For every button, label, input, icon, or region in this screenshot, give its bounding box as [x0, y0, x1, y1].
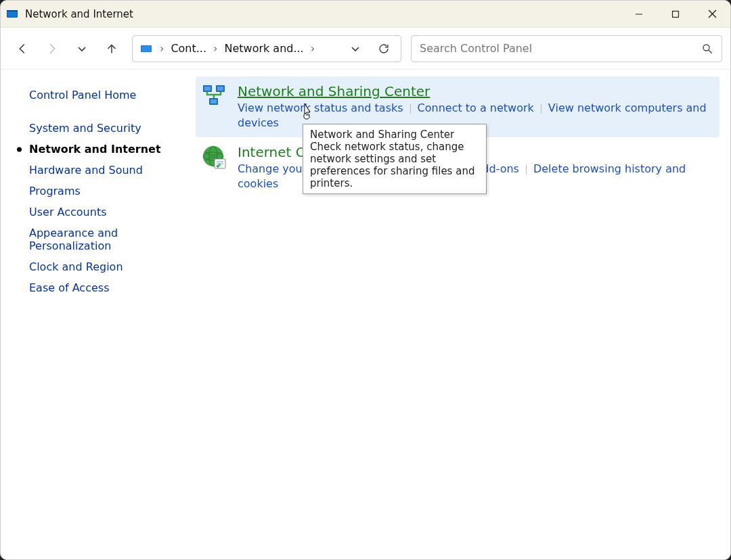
svg-rect-8: [141, 46, 151, 51]
search-box[interactable]: Search Control Panel: [411, 35, 722, 62]
search-placeholder: Search Control Panel: [420, 42, 701, 55]
svg-rect-16: [211, 99, 217, 103]
breadcrumb-sep-icon: ›: [309, 42, 316, 55]
sidebar-item-appearance[interactable]: Appearance and Personalization: [29, 223, 144, 256]
minimize-button[interactable]: [621, 1, 657, 27]
refresh-button[interactable]: [372, 43, 395, 55]
search-icon: [701, 43, 713, 55]
window-controls: [621, 1, 730, 27]
control-panel-icon: [139, 42, 153, 55]
link-connect-network[interactable]: Connect to a network: [418, 101, 534, 114]
breadcrumb-sep-icon: ›: [212, 42, 219, 55]
svg-rect-1: [7, 11, 17, 17]
breadcrumb-seg-2[interactable]: Network and...: [224, 42, 303, 55]
sidebar-item-users[interactable]: User Accounts: [29, 202, 181, 223]
up-button[interactable]: [98, 35, 125, 62]
svg-rect-2: [7, 10, 18, 11]
sidebar-item-network[interactable]: Network and Internet: [29, 139, 181, 160]
link-view-status[interactable]: View network status and tasks: [238, 101, 403, 114]
sidebar-home-link[interactable]: Control Panel Home: [29, 85, 181, 106]
window-title: Network and Internet: [25, 8, 621, 20]
sidebar-item-clock[interactable]: Clock and Region: [29, 256, 181, 277]
forward-button[interactable]: [39, 35, 66, 62]
category-title[interactable]: Network and Sharing Center: [238, 83, 711, 99]
svg-rect-12: [204, 87, 211, 91]
tooltip-body: Check network status, change network set…: [310, 141, 479, 189]
sidebar-item-programs[interactable]: Programs: [29, 181, 181, 202]
toolbar: › Cont... › Network and... › Search Cont…: [1, 28, 730, 70]
tooltip: Network and Sharing Center Check network…: [303, 124, 487, 194]
svg-line-10: [709, 50, 712, 53]
network-sharing-icon: [201, 83, 228, 110]
back-button[interactable]: [9, 35, 36, 62]
maximize-button[interactable]: [657, 1, 694, 27]
sidebar-item-system[interactable]: System and Security: [29, 118, 181, 139]
svg-rect-14: [217, 87, 223, 91]
window: Network and Internet: [0, 0, 731, 560]
address-bar[interactable]: › Cont... › Network and... ›: [132, 35, 401, 62]
address-dropdown-button[interactable]: [344, 43, 367, 54]
internet-options-icon: [201, 144, 228, 171]
close-button[interactable]: [694, 1, 730, 27]
app-icon: [6, 8, 18, 20]
sidebar-item-ease[interactable]: Ease of Access: [29, 277, 181, 298]
recent-locations-button[interactable]: [68, 35, 95, 62]
svg-rect-4: [673, 11, 679, 17]
tooltip-title: Network and Sharing Center: [310, 129, 479, 141]
titlebar: Network and Internet: [1, 1, 730, 28]
sidebar-item-hardware[interactable]: Hardware and Sound: [29, 160, 181, 181]
sidebar: Control Panel Home System and Security N…: [1, 70, 190, 559]
breadcrumb-sep-icon: ›: [158, 42, 165, 55]
svg-point-9: [703, 45, 709, 51]
breadcrumb-seg-1[interactable]: Cont...: [171, 42, 206, 55]
